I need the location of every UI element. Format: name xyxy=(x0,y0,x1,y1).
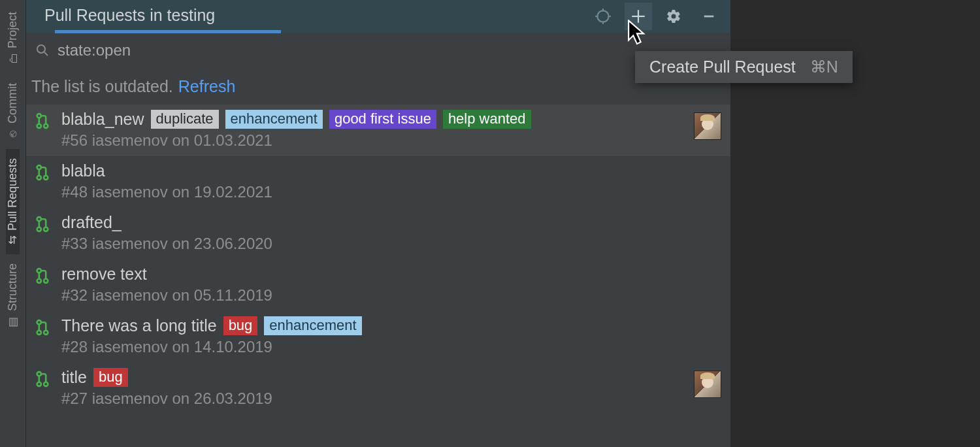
pull-request-title: There was a long title xyxy=(61,316,217,335)
tool-tab-label: Project xyxy=(6,12,20,48)
pull-request-body: titlebug#27 iasemenov on 26.03.2019 xyxy=(61,368,685,408)
tool-tab-label: Commit xyxy=(6,83,20,124)
pull-request-title-row: remove text xyxy=(61,265,721,284)
minimize-button[interactable] xyxy=(695,3,723,30)
pull-request-meta: #33 iasemenov on 23.06.2020 xyxy=(61,235,721,253)
pull-requests-panel: Pull Requests in testing xyxy=(26,0,730,447)
assignee-avatar[interactable] xyxy=(694,112,721,140)
pull-request-title-row: titlebug xyxy=(61,368,685,387)
pull-request-title-row: drafted_ xyxy=(61,213,721,232)
pull-request-body: There was a long titlebugenhancement#28 … xyxy=(61,316,721,356)
pull-request-title-row: blabla_newduplicateenhancementgood first… xyxy=(61,110,685,129)
pull-request-item[interactable]: There was a long titlebugenhancement#28 … xyxy=(26,311,730,363)
pull-request-title: blabla xyxy=(61,161,105,180)
svg-point-19 xyxy=(37,269,41,273)
svg-point-14 xyxy=(37,176,41,180)
tool-tab-project[interactable]: 🗀 Project xyxy=(6,3,20,74)
pull-request-body: drafted_#33 iasemenov on 23.06.2020 xyxy=(61,213,721,253)
pull-request-list[interactable]: blabla_newduplicateenhancementgood first… xyxy=(26,105,730,447)
pull-request-item[interactable]: drafted_#33 iasemenov on 23.06.2020 xyxy=(26,208,730,259)
pull-request-icon xyxy=(35,316,52,340)
pull-request-icon xyxy=(35,265,52,288)
svg-point-18 xyxy=(44,227,48,231)
pull-request-body: remove text#32 iasemenov on 05.11.2019 xyxy=(61,265,721,305)
pr-label: good first issue xyxy=(329,110,436,129)
svg-line-9 xyxy=(44,52,48,56)
create-pr-button[interactable] xyxy=(625,3,652,30)
pull-request-title: remove text xyxy=(61,265,147,284)
refresh-link[interactable]: Refresh xyxy=(178,77,236,96)
pull-request-icon xyxy=(35,213,52,237)
pr-label: bug xyxy=(223,316,258,335)
left-tool-strip: 🗀 Project ⎋ Commit ⇵ Pull Requests ▤ Str… xyxy=(0,0,26,447)
tooltip-label: Create Pull Request xyxy=(649,58,796,76)
pull-request-item[interactable]: blabla_newduplicateenhancementgood first… xyxy=(26,105,730,156)
svg-point-21 xyxy=(44,279,48,283)
pull-request-body: blabla_newduplicateenhancementgood first… xyxy=(61,110,685,150)
commit-icon: ⎋ xyxy=(7,128,18,141)
svg-point-24 xyxy=(44,331,48,335)
pull-request-icon: ⇵ xyxy=(8,234,18,247)
svg-point-15 xyxy=(44,176,48,180)
tool-tab-label: Structure xyxy=(6,263,20,311)
pull-request-item[interactable]: remove text#32 iasemenov on 05.11.2019 xyxy=(26,259,730,311)
svg-point-23 xyxy=(37,331,41,335)
svg-point-11 xyxy=(37,124,41,128)
pull-request-title: blabla_new xyxy=(61,110,144,129)
svg-point-13 xyxy=(37,165,41,169)
pull-request-item[interactable]: blabla#48 iasemenov on 19.02.2021 xyxy=(26,156,730,208)
outdated-banner: The list is outdated. Refresh xyxy=(26,68,730,105)
tool-tab-commit[interactable]: ⎋ Commit xyxy=(6,74,20,149)
pr-label: help wanted xyxy=(443,110,531,129)
outdated-message: The list is outdated. xyxy=(31,77,173,96)
structure-icon: ▤ xyxy=(7,316,20,329)
svg-point-26 xyxy=(37,382,41,386)
svg-point-12 xyxy=(44,124,48,128)
settings-button[interactable] xyxy=(660,3,687,30)
pr-label: enhancement xyxy=(264,316,361,335)
pull-request-title-row: There was a long titlebugenhancement xyxy=(61,316,721,335)
svg-point-22 xyxy=(37,320,41,324)
pull-request-meta: #32 iasemenov on 05.11.2019 xyxy=(61,286,721,305)
panel-title: Pull Requests in testing xyxy=(44,6,215,27)
svg-point-17 xyxy=(37,227,41,231)
search-icon xyxy=(31,42,54,58)
svg-point-27 xyxy=(44,382,48,386)
pr-label: enhancement xyxy=(225,110,323,129)
panel-header: Pull Requests in testing xyxy=(26,0,730,33)
pull-request-icon xyxy=(35,161,52,185)
pull-request-item[interactable]: titlebug#27 iasemenov on 26.03.2019 xyxy=(26,363,730,414)
active-tab-underline xyxy=(55,30,281,33)
pr-label: bug xyxy=(93,368,128,387)
create-pr-tooltip: Create Pull Request ⌘N xyxy=(635,51,853,83)
folder-icon: 🗀 xyxy=(7,53,18,66)
search-row[interactable]: state:open xyxy=(26,33,730,68)
tooltip-shortcut: ⌘N xyxy=(810,58,838,76)
target-icon[interactable] xyxy=(589,3,617,30)
svg-point-25 xyxy=(37,372,41,376)
pr-label: duplicate xyxy=(151,110,219,129)
svg-point-0 xyxy=(597,10,608,22)
assignee-avatar[interactable] xyxy=(694,371,721,398)
svg-point-8 xyxy=(37,45,45,53)
pull-request-body: blabla#48 iasemenov on 19.02.2021 xyxy=(61,161,721,201)
tool-tab-structure[interactable]: ▤ Structure xyxy=(6,254,20,339)
tool-tab-label: Pull Requests xyxy=(6,158,20,231)
search-query: state:open xyxy=(57,41,131,59)
pull-request-meta: #27 iasemenov on 26.03.2019 xyxy=(61,389,685,408)
pull-request-meta: #56 iasemenov on 01.03.2021 xyxy=(61,131,685,150)
pull-request-icon xyxy=(35,110,52,133)
pull-request-meta: #28 iasemenov on 14.10.2019 xyxy=(61,338,721,356)
tool-tab-pull-requests[interactable]: ⇵ Pull Requests xyxy=(6,149,20,254)
svg-point-10 xyxy=(37,114,41,118)
pull-request-icon xyxy=(35,368,52,391)
pull-request-title-row: blabla xyxy=(61,161,721,180)
svg-point-20 xyxy=(37,279,41,283)
pull-request-meta: #48 iasemenov on 19.02.2021 xyxy=(61,183,721,201)
pull-request-title: title xyxy=(61,368,87,387)
svg-point-16 xyxy=(37,217,41,221)
pull-request-title: drafted_ xyxy=(61,213,122,232)
